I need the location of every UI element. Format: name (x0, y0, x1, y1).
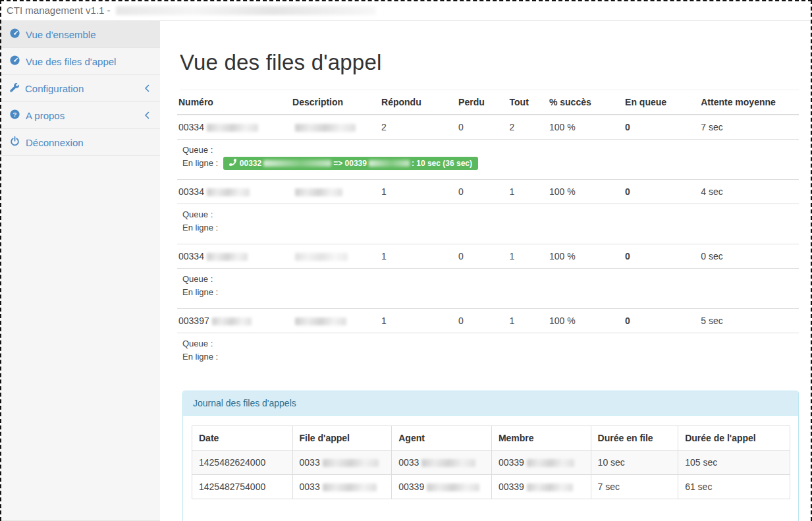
badge-caller-prefix: 00332 (240, 159, 261, 168)
tout-value: 1 (504, 309, 544, 333)
col-header-duree-en-file: Durée en file (591, 426, 678, 451)
redacted-file (323, 483, 377, 491)
queue-row-details: Queue : En ligne : 00332 => 00339 : 10 s… (177, 140, 799, 180)
queue-row: 00334 1 0 1 100 % 0 4 sec (177, 180, 799, 204)
en-queue-value: 0 (620, 115, 695, 140)
col-header-perdu: Perdu (453, 90, 504, 115)
en-queue-value: 0 (620, 244, 695, 269)
succes-value: 100 % (544, 115, 620, 140)
en-queue-value: 0 (620, 180, 695, 204)
journal-table: Date File d'appel Agent Membre Durée en … (192, 425, 790, 499)
journal-duree-appel: 105 sec (678, 451, 790, 475)
sidebar-item-vue-des-files-dappel[interactable]: Vue des files d'appel (0, 48, 160, 75)
gauge-icon (10, 28, 20, 40)
journal-duree-appel: 61 sec (678, 475, 790, 499)
queue-number: 00334 (178, 186, 204, 197)
succes-value: 100 % (544, 244, 620, 269)
redacted-membre (527, 459, 574, 467)
col-header-description: Description (287, 90, 376, 115)
app-title: CTI management v1.1 - (7, 5, 111, 16)
sidebar-item-label: Déconnexion (26, 137, 84, 148)
repondu-value: 2 (376, 115, 453, 140)
queue-label: Queue : (182, 208, 794, 221)
queue-row-details: Queue : En ligne : (177, 204, 799, 244)
svg-text:?: ? (13, 111, 16, 118)
journal-membre: 00339 (499, 457, 524, 468)
journal-duree-file: 10 sec (591, 451, 678, 475)
sidebar-item-vue-densemble[interactable]: Vue d'ensemble (0, 21, 160, 48)
attente-value: 7 sec (695, 115, 799, 140)
queue-number: 003397 (178, 315, 209, 326)
active-call-badge: 00332 => 00339 : 10 sec (36 sec) (223, 157, 478, 170)
chevron-left-icon (144, 84, 150, 93)
queue-label: Queue : (182, 273, 794, 286)
queue-row: 00334 1 0 1 100 % 0 0 sec (177, 244, 799, 269)
redacted-agent (427, 483, 479, 491)
redacted-description (295, 188, 342, 196)
phone-icon (229, 159, 240, 168)
col-header-agent: Agent (392, 426, 492, 451)
app-body: Vue d'ensemble Vue des files d'appel Con… (0, 21, 812, 521)
online-label: En ligne : (182, 286, 794, 299)
col-header-attente-moyenne: Attente moyenne (695, 90, 799, 115)
journal-header-row: Date File d'appel Agent Membre Durée en … (192, 426, 790, 451)
chevron-left-icon (144, 111, 150, 120)
sidebar-item-deconnexion[interactable]: Déconnexion (0, 129, 160, 156)
journal-row: 1425482624000 0033 0033 00339 10 sec 105… (192, 451, 790, 475)
power-icon (10, 136, 20, 148)
sidebar-item-label: Vue d'ensemble (26, 29, 96, 40)
badge-bridge: => 00339 (333, 159, 367, 168)
journal-panel-body: Date File d'appel Agent Membre Durée en … (183, 416, 798, 521)
redacted-description (295, 124, 356, 132)
attente-value: 4 sec (695, 180, 799, 204)
repondu-value: 1 (376, 244, 453, 269)
redacted-description (295, 317, 346, 325)
sidebar-item-label: A propos (26, 110, 65, 121)
sidebar-item-configuration[interactable]: Configuration (0, 75, 160, 102)
badge-duration: : 10 sec (36 sec) (412, 159, 472, 168)
col-header-numero: Numéro (177, 90, 287, 115)
queue-number: 00334 (178, 122, 204, 132)
col-header-file-dappel: File d'appel (292, 426, 392, 451)
journal-date: 1425482624000 (192, 451, 293, 475)
queue-table-header-row: Numéro Description Répondu Perdu Tout % … (177, 90, 799, 115)
attente-value: 0 sec (695, 244, 799, 269)
journal-file: 0033 (300, 457, 320, 468)
queue-table: Numéro Description Répondu Perdu Tout % … (177, 90, 799, 373)
col-header-date: Date (192, 426, 293, 451)
tout-value: 2 (504, 115, 544, 140)
redacted-window-title-suffix (116, 6, 376, 15)
perdu-value: 0 (453, 115, 504, 140)
sidebar: Vue d'ensemble Vue des files d'appel Con… (0, 21, 160, 521)
col-header-tout: Tout (504, 90, 544, 115)
perdu-value: 0 (453, 309, 504, 333)
col-header-membre: Membre (491, 426, 591, 451)
sidebar-item-a-propos[interactable]: ? A propos (0, 102, 160, 129)
online-label: En ligne : (182, 221, 794, 234)
journal-date: 1425482754000 (192, 475, 293, 499)
journal-duree-file: 7 sec (591, 475, 678, 499)
journal-row: 1425482754000 0033 00339 00339 7 sec 61 … (192, 475, 790, 499)
online-label: En ligne : (182, 350, 794, 364)
online-label: En ligne : (182, 158, 218, 168)
journal-panel-title: Journal des files d'appels (183, 391, 798, 416)
perdu-value: 0 (453, 180, 504, 204)
cti-app: CTI management v1.1 - Vue d'ensemble Vue… (0, 0, 812, 521)
col-header-succes: % succès (544, 90, 620, 115)
wrench-icon (10, 83, 19, 94)
perdu-value: 0 (453, 244, 504, 269)
app-header: CTI management v1.1 - (0, 0, 812, 21)
redacted-number (207, 124, 258, 132)
queue-number: 00334 (178, 251, 204, 261)
journal-agent: 0033 (398, 457, 419, 468)
en-queue-value: 0 (620, 309, 695, 333)
sidebar-item-label: Vue des files d'appel (26, 56, 116, 67)
journal-file: 0033 (300, 481, 320, 492)
redacted-number (212, 317, 252, 325)
col-header-duree-de-lappel: Durée de l'appel (678, 426, 790, 451)
question-circle-icon: ? (10, 109, 20, 121)
redacted-callee (369, 160, 410, 167)
main-content: Vue des files d'appel Numéro Description… (160, 21, 812, 521)
page-title: Vue des files d'appel (180, 50, 799, 90)
queue-row: 00334 2 0 2 100 % 0 7 sec (177, 115, 799, 140)
